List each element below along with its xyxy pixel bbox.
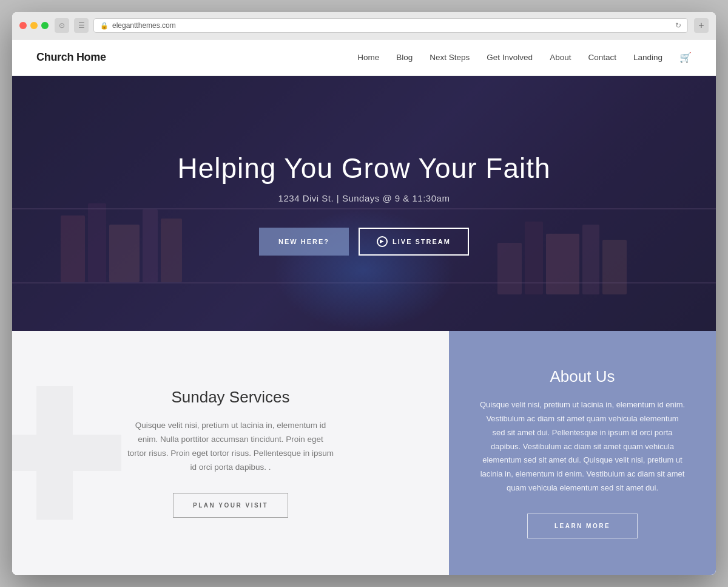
nav-item-blog[interactable]: Blog bbox=[396, 53, 413, 62]
about-us-text: Quisque velit nisi, pretium ut lacinia i… bbox=[479, 398, 686, 495]
live-stream-button[interactable]: ▶ LIVE STREAM bbox=[359, 228, 469, 256]
nav-item-get-involved[interactable]: Get Involved bbox=[487, 53, 533, 62]
browser-window: ⊙ ☰ 🔒 elegantthemes.com ↻ + Church Home … bbox=[12, 12, 716, 574]
play-icon: ▶ bbox=[377, 236, 388, 247]
address-bar[interactable]: 🔒 elegantthemes.com ↻ bbox=[93, 18, 688, 33]
privacy-icon[interactable]: ⊙ bbox=[55, 18, 69, 33]
nav-item-home[interactable]: Home bbox=[357, 53, 379, 62]
hero-title: Helping You Grow Your Faith bbox=[177, 152, 550, 185]
refresh-icon[interactable]: ↻ bbox=[675, 21, 681, 30]
close-button[interactable] bbox=[19, 22, 27, 29]
decorative-cross bbox=[12, 386, 121, 520]
minimize-button[interactable] bbox=[30, 22, 38, 29]
nav-bar: Church Home Home Blog Next Steps Get Inv… bbox=[12, 39, 716, 76]
website-content: Church Home Home Blog Next Steps Get Inv… bbox=[12, 39, 716, 574]
site-logo[interactable]: Church Home bbox=[36, 51, 106, 64]
reader-icon[interactable]: ☰ bbox=[74, 18, 89, 33]
sunday-services-section: Sunday Services Quisque velit nisi, pret… bbox=[12, 331, 449, 574]
browser-chrome: ⊙ ☰ 🔒 elegantthemes.com ↻ + bbox=[12, 12, 716, 39]
url-text: elegantthemes.com bbox=[112, 21, 176, 30]
nav-item-about[interactable]: About bbox=[550, 53, 571, 62]
sunday-services-title: Sunday Services bbox=[171, 388, 289, 407]
nav-links: Home Blog Next Steps Get Involved About … bbox=[357, 52, 692, 63]
hero-content: Helping You Grow Your Faith 1234 Divi St… bbox=[177, 152, 550, 256]
about-us-title: About Us bbox=[550, 367, 615, 386]
new-here-button[interactable]: NEW HERE? bbox=[259, 228, 349, 256]
new-tab-button[interactable]: + bbox=[694, 18, 709, 33]
sections-row: Sunday Services Quisque velit nisi, pret… bbox=[12, 331, 716, 574]
hero-section: Helping You Grow Your Faith 1234 Divi St… bbox=[12, 76, 716, 331]
traffic-lights bbox=[19, 22, 49, 29]
nav-item-landing[interactable]: Landing bbox=[633, 53, 662, 62]
hero-buttons: NEW HERE? ▶ LIVE STREAM bbox=[177, 228, 550, 256]
sunday-services-text: Quisque velit nisi, pretium ut lacinia i… bbox=[127, 419, 334, 475]
live-stream-label: LIVE STREAM bbox=[393, 238, 451, 245]
plan-visit-button[interactable]: PLAN YOUR VISIT bbox=[173, 493, 288, 518]
nav-item-contact[interactable]: Contact bbox=[588, 53, 616, 62]
ssl-lock-icon: 🔒 bbox=[100, 22, 109, 30]
browser-toolbar: ⊙ ☰ 🔒 elegantthemes.com ↻ bbox=[55, 18, 688, 33]
maximize-button[interactable] bbox=[41, 22, 49, 29]
learn-more-button[interactable]: LEARN MORE bbox=[527, 514, 638, 538]
about-us-section: About Us Quisque velit nisi, pretium ut … bbox=[449, 331, 716, 574]
nav-item-next-steps[interactable]: Next Steps bbox=[430, 53, 470, 62]
hero-subtitle: 1234 Divi St. | Sundays @ 9 & 11:30am bbox=[177, 193, 550, 203]
cart-icon[interactable]: 🛒 bbox=[679, 52, 692, 63]
